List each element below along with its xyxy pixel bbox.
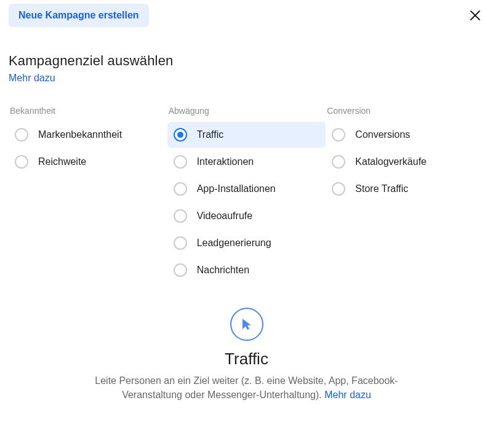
radio-icon — [15, 128, 28, 142]
column-conversion: Conversion Conversions Katalogverkäufe S… — [326, 106, 484, 284]
objective-detail-learn-more-link[interactable]: Mehr dazu — [324, 390, 371, 400]
learn-more-link[interactable]: Mehr dazu — [9, 73, 55, 84]
column-header-awareness: Bekanntheit — [9, 106, 167, 116]
column-header-conversion: Conversion — [326, 106, 484, 116]
new-campaign-pill[interactable]: Neue Kampagne erstellen — [9, 4, 149, 27]
option-katalogverkaeufe[interactable]: Katalogverkäufe — [326, 149, 484, 175]
option-markenbekanntheit[interactable]: Markenbekanntheit — [9, 122, 167, 148]
option-label: Traffic — [197, 129, 224, 140]
radio-icon — [174, 263, 187, 277]
option-videoaufrufe[interactable]: Videoaufrufe — [167, 203, 326, 229]
option-label: Store Traffic — [355, 183, 408, 194]
option-reichweite[interactable]: Reichweite — [9, 149, 167, 175]
radio-icon — [332, 128, 345, 142]
option-leadgenerierung[interactable]: Leadgenerierung — [167, 230, 326, 256]
objective-detail-title: Traffic — [9, 350, 484, 369]
new-campaign-pill-label: Neue Kampagne erstellen — [18, 10, 139, 20]
radio-icon — [15, 155, 28, 169]
radio-icon — [174, 128, 187, 142]
radio-icon — [174, 155, 187, 169]
option-label: Markenbekanntheit — [38, 129, 122, 140]
close-button[interactable] — [470, 4, 484, 23]
option-label: Interaktionen — [197, 156, 254, 167]
option-conversions[interactable]: Conversions — [326, 122, 484, 148]
objective-detail-description: Leite Personen an ein Ziel weiter (z. B.… — [74, 374, 419, 402]
option-store-traffic[interactable]: Store Traffic — [326, 176, 484, 202]
option-label: App-Installationen — [197, 183, 276, 194]
option-nachrichten[interactable]: Nachrichten — [167, 257, 326, 283]
option-interaktionen[interactable]: Interaktionen — [167, 149, 326, 175]
cursor-icon — [230, 308, 263, 341]
column-consideration: Abwägung Traffic Interaktionen App-Insta… — [167, 106, 326, 284]
column-header-consideration: Abwägung — [167, 106, 326, 116]
radio-icon — [174, 209, 187, 223]
option-label: Nachrichten — [197, 265, 249, 276]
option-label: Katalogverkäufe — [355, 156, 427, 167]
option-app-installationen[interactable]: App-Installationen — [167, 176, 326, 202]
option-traffic[interactable]: Traffic — [167, 122, 326, 148]
close-icon — [470, 7, 481, 24]
page-title: Kampagnenziel auswählen — [9, 53, 484, 69]
radio-icon — [332, 155, 345, 169]
option-label: Conversions — [355, 129, 410, 140]
radio-icon — [174, 236, 187, 250]
column-awareness: Bekanntheit Markenbekanntheit Reichweite — [9, 106, 167, 284]
option-label: Videoaufrufe — [197, 210, 252, 222]
radio-icon — [174, 182, 187, 196]
option-label: Reichweite — [38, 156, 86, 167]
option-label: Leadgenerierung — [197, 238, 271, 249]
objective-details: Traffic Leite Personen an ein Ziel weite… — [9, 308, 484, 402]
radio-icon — [332, 182, 345, 196]
